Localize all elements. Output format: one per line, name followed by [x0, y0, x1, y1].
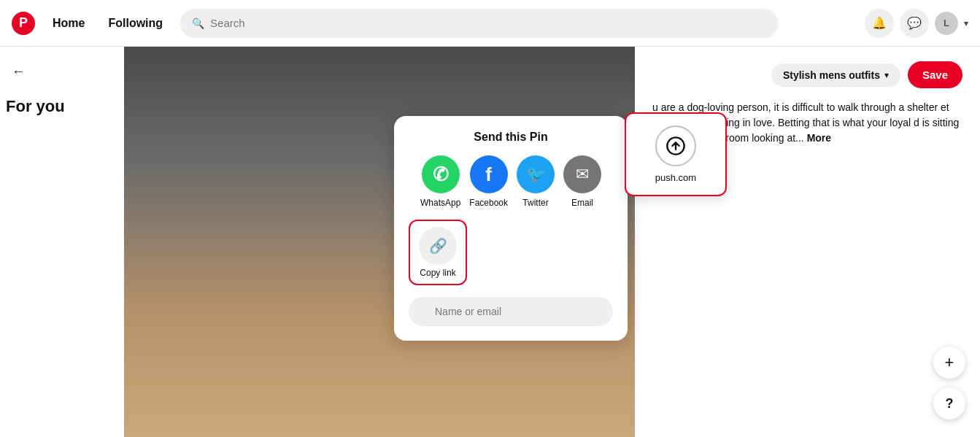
save-button[interactable]: Save	[908, 61, 962, 88]
fab-question-button[interactable]: ?	[933, 387, 965, 419]
push-upload-icon	[655, 125, 696, 166]
facebook-label: Facebook	[469, 198, 508, 208]
whatsapp-icon: ✆	[422, 155, 460, 193]
messages-button[interactable]: 💬	[900, 9, 929, 38]
back-arrow-icon: ←	[12, 64, 25, 80]
email-share[interactable]: ✉ Email	[563, 155, 601, 208]
pin-actions-row: Stylish mens outfits ▾ Save	[652, 61, 962, 88]
facebook-share[interactable]: f Facebook	[469, 155, 508, 208]
email-label: Email	[571, 198, 593, 208]
share-modal: Send this Pin ✆ WhatsApp f Facebook 🐦 Tw…	[394, 116, 628, 341]
sidebar: ← For you	[0, 47, 124, 437]
notifications-button[interactable]: 🔔	[865, 9, 894, 38]
fab-plus-button[interactable]: +	[933, 347, 965, 379]
for-you-label: For you	[6, 97, 118, 116]
share-modal-title: Send this Pin	[409, 131, 613, 144]
back-button[interactable]: ←	[6, 58, 118, 85]
content-area: Send this Pin ✆ WhatsApp f Facebook 🐦 Tw…	[124, 47, 980, 437]
more-link[interactable]: More	[807, 132, 831, 144]
pinterest-p: P	[19, 15, 28, 31]
pin-detail: Stylish mens outfits ▾ Save u are a dog-…	[635, 47, 980, 437]
header-right: 🔔 💬 L ▾	[865, 9, 968, 38]
board-selector[interactable]: Stylish mens outfits ▾	[771, 63, 900, 87]
push-popup[interactable]: push.com	[625, 112, 727, 196]
copy-link-icon: 🔗	[419, 227, 457, 265]
pinterest-logo[interactable]: P	[12, 12, 35, 35]
copy-link-label: Copy link	[420, 268, 455, 278]
share-icons-row: ✆ WhatsApp f Facebook 🐦 Twitter ✉ Email	[409, 155, 613, 208]
twitter-share[interactable]: 🐦 Twitter	[517, 155, 555, 208]
avatar[interactable]: L	[935, 12, 958, 35]
twitter-label: Twitter	[522, 198, 548, 208]
header: P Home Following 🔍 🔔 💬 L ▾	[0, 0, 980, 47]
twitter-icon: 🐦	[517, 155, 555, 193]
main: ← For you Send this Pin ✆ WhatsApp f Fac…	[0, 47, 980, 437]
push-domain-label: push.com	[638, 172, 714, 183]
search-bar[interactable]: 🔍	[180, 9, 779, 38]
facebook-icon: f	[470, 155, 508, 193]
whatsapp-label: WhatsApp	[420, 198, 460, 208]
nav-following[interactable]: Following	[99, 11, 171, 36]
name-email-input[interactable]	[409, 297, 613, 326]
name-email-wrapper: 🔍	[409, 297, 613, 326]
search-icon: 🔍	[192, 18, 204, 29]
email-icon: ✉	[563, 155, 601, 193]
board-chevron-icon: ▾	[884, 70, 889, 80]
search-input[interactable]	[210, 17, 767, 29]
whatsapp-share[interactable]: ✆ WhatsApp	[420, 155, 460, 208]
copy-link-section[interactable]: 🔗 Copy link	[409, 220, 467, 285]
chevron-down-icon[interactable]: ▾	[964, 18, 968, 28]
board-name: Stylish mens outfits	[783, 69, 880, 81]
nav-home[interactable]: Home	[44, 11, 93, 36]
